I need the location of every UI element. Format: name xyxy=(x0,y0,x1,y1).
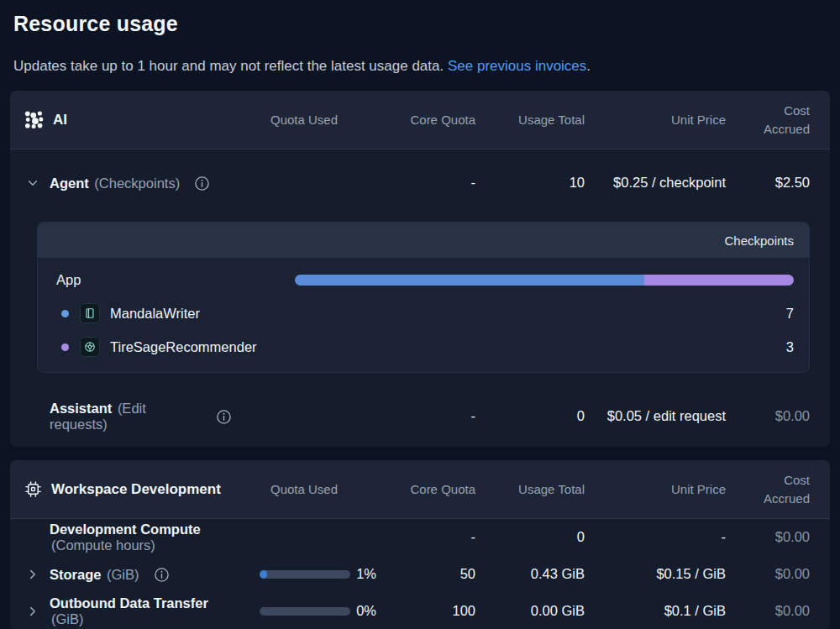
outbound-quota-used: 0% xyxy=(232,601,376,621)
breakdown-header: Checkpoints xyxy=(38,223,809,258)
column-header-unit-price: Unit Price xyxy=(585,480,726,499)
agent-qualifier: (Checkpoints) xyxy=(94,176,180,191)
breakdown-header-label: Checkpoints xyxy=(724,233,794,248)
legend-dot-purple xyxy=(61,343,69,351)
workspace-development-card: Workspace Development Quota Used Core Qu… xyxy=(10,460,830,629)
assistant-usage-total: 0 xyxy=(475,406,585,427)
ai-section-label: AI xyxy=(53,112,67,128)
ai-icon xyxy=(24,109,45,130)
unit-price-cell: - xyxy=(585,527,726,548)
agent-name: Agent xyxy=(50,176,89,191)
bar-segment-tiresagerecommender xyxy=(644,275,794,286)
subtitle-text: Updates take up to 1 hour and may not re… xyxy=(13,58,444,74)
breakdown-body: App MandalaWriter 7 TireSageReco xyxy=(38,258,809,372)
column-header-usage-total: Usage Total xyxy=(475,480,585,499)
unit-price-cell: $0.15 / GiB xyxy=(585,564,726,584)
cost-accrued-cell: $0.00 xyxy=(726,601,810,621)
legend-dot-blue xyxy=(61,310,69,317)
app-row-tiresagerecommender[interactable]: TireSageRecommender 3 xyxy=(48,330,794,364)
row-qualifier: (GiB) xyxy=(107,567,139,582)
info-icon[interactable] xyxy=(154,567,170,583)
storage-row[interactable]: Storage (GiB) 1% 50 0.43 GiB $0.15 / GiB… xyxy=(10,556,830,593)
row-qualifier: (Compute hours) xyxy=(51,537,155,553)
agent-usage-total: 10 xyxy=(475,173,585,193)
checkpoints-breakdown-panel: Checkpoints App MandalaWriter 7 xyxy=(37,222,810,373)
usage-total-cell: 0.43 GiB xyxy=(475,564,585,584)
cost-accrued-cell: $0.00 xyxy=(726,564,810,584)
assistant-cost-accrued: $0.00 xyxy=(726,406,810,427)
assistant-core-quota: - xyxy=(376,406,475,427)
cpu-chip-icon xyxy=(24,480,43,499)
storage-quota-percent: 1% xyxy=(356,564,376,584)
agent-cost-accrued: $2.50 xyxy=(726,173,810,193)
agent-core-quota: - xyxy=(376,173,475,193)
cost-accrued-cell: $0.00 xyxy=(726,527,810,548)
page-title: Resource usage xyxy=(13,12,840,36)
column-header-quota-used: Quota Used xyxy=(232,480,376,499)
workspace-section-title: Workspace Development xyxy=(24,480,232,499)
workspace-card-header: Workspace Development Quota Used Core Qu… xyxy=(10,460,830,519)
ai-card-header: AI Quota Used Core Quota Usage Total Uni… xyxy=(10,91,830,149)
chevron-down-icon[interactable] xyxy=(24,177,42,189)
ai-section-title: AI xyxy=(24,109,232,130)
app-name: MandalaWriter xyxy=(110,306,200,322)
info-icon[interactable] xyxy=(194,176,210,191)
column-header-usage-total: Usage Total xyxy=(475,111,585,129)
assistant-unit-price: $0.05 / edit request xyxy=(585,406,726,427)
assistant-row[interactable]: Assistant (Edit requests) - 0 $0.05 / ed… xyxy=(10,386,830,447)
outbound-data-transfer-row[interactable]: Outbound Data Transfer (GiB) 0% 100 0.00… xyxy=(10,593,830,629)
assistant-name: Assistant xyxy=(50,401,112,416)
row-name-label: Outbound Data Transfer xyxy=(50,595,208,611)
chevron-right-icon[interactable] xyxy=(24,605,42,617)
outbound-quota-percent: 0% xyxy=(356,601,376,621)
page-subtitle: Updates take up to 1 hour and may not re… xyxy=(13,58,840,75)
unit-price-cell: $0.1 / GiB xyxy=(585,601,726,621)
storage-quota-progress-bar xyxy=(260,570,350,579)
agent-unit-price: $0.25 / checkpoint xyxy=(585,173,726,193)
usage-total-cell: 0 xyxy=(475,527,585,548)
column-header-core-quota: Core Quota xyxy=(376,480,475,499)
mandalawriter-app-icon xyxy=(80,303,100,323)
chevron-right-icon[interactable] xyxy=(24,569,42,580)
row-name-label: Storage xyxy=(50,567,101,582)
outbound-quota-progress-bar xyxy=(260,607,350,616)
breakdown-chart-row: App xyxy=(48,263,794,296)
column-header-core-quota: Core Quota xyxy=(376,111,475,129)
checkpoints-stacked-bar xyxy=(295,275,794,286)
storage-quota-used: 1% xyxy=(232,564,376,584)
ai-usage-card: AI Quota Used Core Quota Usage Total Uni… xyxy=(10,91,830,447)
tiresagerecommender-app-icon xyxy=(80,337,100,357)
workspace-section-label: Workspace Development xyxy=(51,481,221,498)
row-qualifier: (GiB) xyxy=(51,611,84,626)
core-quota-cell: - xyxy=(376,527,475,548)
previous-invoices-link[interactable]: See previous invoices xyxy=(448,58,586,74)
usage-total-cell: 0.00 GiB xyxy=(475,601,585,621)
column-header-quota-used: Quota Used xyxy=(232,111,376,129)
core-quota-cell: 50 xyxy=(376,564,475,584)
app-name: TireSageRecommender xyxy=(110,339,257,355)
column-header-cost-accrued: Cost Accrued xyxy=(726,471,810,508)
app-checkpoint-count: 3 xyxy=(786,339,794,355)
info-icon[interactable] xyxy=(216,409,232,425)
row-name-label: Development Compute xyxy=(50,522,201,537)
app-row-mandalawriter[interactable]: MandalaWriter 7 xyxy=(48,296,794,330)
column-header-cost-accrued: Cost Accrued xyxy=(726,102,810,139)
column-header-unit-price: Unit Price xyxy=(585,111,726,129)
development-compute-row: Development Compute (Compute hours) - 0 … xyxy=(10,519,830,556)
agent-row[interactable]: Agent (Checkpoints) - 10 $0.25 / checkpo… xyxy=(10,149,830,217)
app-checkpoint-count: 7 xyxy=(786,306,794,322)
breakdown-group-label: App xyxy=(48,272,295,288)
subtitle-period: . xyxy=(586,58,591,74)
core-quota-cell: 100 xyxy=(376,601,475,621)
bar-segment-mandalawriter xyxy=(295,275,644,286)
